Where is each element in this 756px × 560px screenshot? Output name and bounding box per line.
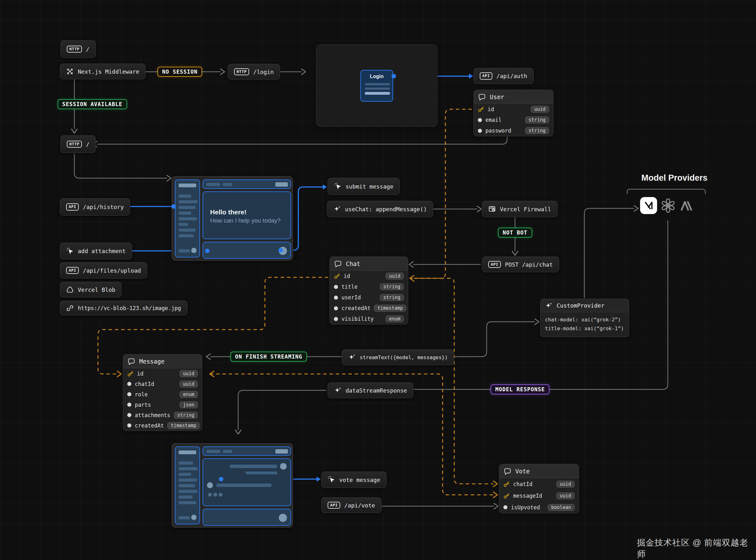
skeleton-bar	[179, 496, 192, 499]
node-http-root-2: HTTP /	[60, 135, 96, 153]
custom-provider-box: CustomProvider chat-model: xai(“grok-2”)…	[540, 299, 629, 337]
skeleton-chip	[275, 449, 288, 454]
node-submit-message: submit message	[328, 178, 400, 195]
node-vercel-blob: Vercel Blob	[60, 282, 121, 298]
skeleton-chip	[275, 182, 288, 187]
node-login-route: HTTP /login	[228, 64, 280, 80]
blob-icon	[66, 286, 74, 293]
messages-area	[202, 458, 291, 506]
field-dot-icon	[334, 285, 338, 289]
field-dot-icon	[127, 423, 131, 427]
chat-table: Chat id uuid title string userId string …	[329, 257, 408, 324]
entity-icon	[334, 260, 342, 267]
skeleton-bar	[179, 516, 190, 519]
node-label: streamText({model, messages})	[360, 355, 448, 360]
skeleton-bar	[179, 195, 191, 198]
field-type: uuid	[556, 481, 575, 487]
node-label: vote message	[339, 477, 380, 483]
node-label: submit message	[346, 183, 393, 190]
key-icon	[503, 493, 510, 499]
button-skeleton	[365, 92, 390, 95]
login-form: Login	[360, 70, 393, 102]
field-name: userId	[342, 294, 361, 301]
custom-provider-title: CustomProvider	[557, 302, 604, 309]
field-type: string	[525, 127, 549, 134]
table-title: Vote	[515, 468, 530, 475]
field-type: enum	[386, 315, 404, 322]
node-label: /login	[253, 68, 274, 75]
field-dot-icon	[127, 392, 131, 396]
field-type: uuid	[556, 492, 575, 499]
skeleton-bar	[179, 461, 193, 465]
greeting-title: Hello there!	[210, 208, 281, 216]
model-response-badge: MODEL RESPONSE	[490, 384, 549, 395]
node-api-vote: API /api/vote	[321, 497, 382, 513]
table-row: userId string	[330, 292, 408, 303]
not-bot-badge: NOT BOT	[498, 227, 532, 238]
user-message-skeleton	[246, 472, 277, 474]
field-dot-icon	[478, 118, 482, 122]
skeleton-bar	[179, 212, 191, 215]
field-name: id	[488, 106, 494, 113]
field-type: string	[174, 412, 198, 419]
sparkles-icon	[334, 386, 342, 394]
skeleton-bar	[206, 183, 220, 186]
greeting-subtitle: How can I help you today?	[210, 217, 281, 224]
vote-table: Vote chatId uuid messageId uuid isUpvote…	[499, 464, 579, 514]
login-title: Login	[365, 74, 389, 79]
skeleton-bar	[179, 206, 196, 209]
field-name: createdAt	[135, 422, 164, 429]
node-use-chat: useChat: appendMessage()	[327, 201, 433, 217]
no-session-badge: NO SESSION	[157, 67, 202, 77]
skeleton-bar	[206, 450, 220, 453]
field-type: uuid	[386, 273, 404, 280]
field-dot-icon	[127, 382, 131, 386]
api-badge: API	[66, 267, 79, 274]
message-input-skeleton	[202, 509, 291, 526]
skeleton-bar	[179, 484, 195, 487]
table-row: id uuid	[474, 104, 553, 115]
table-title: Message	[139, 358, 164, 365]
provider-config-line: title-model: xai(“grok-1”)	[545, 324, 624, 333]
chat-ui-mockup-2	[172, 443, 293, 527]
session-available-badge: SESSION AVAILABLE	[58, 99, 127, 109]
node-post-api-chat: API POST /api/chat	[482, 257, 559, 272]
skeleton-bar	[179, 501, 196, 504]
field-name: chatId	[513, 481, 532, 487]
node-label: /api/vote	[344, 502, 375, 509]
table-row: attachments string	[123, 410, 202, 420]
table-row: chatId uuid	[499, 478, 579, 490]
field-type: timestamp	[167, 422, 200, 429]
sidebar-skeleton	[175, 446, 200, 524]
topbar-skeleton	[202, 179, 291, 189]
assistant-message-skeleton	[216, 483, 272, 487]
skeleton-bar	[179, 200, 197, 203]
node-blob-url: https://vc-blob-123.sh/image.jpg	[60, 301, 188, 315]
vote-action-icon	[219, 493, 222, 496]
field-name: createdAt	[342, 305, 370, 311]
message-input-skeleton	[202, 242, 291, 259]
api-badge: API	[488, 261, 501, 268]
table-row: createdAt timestamp	[123, 420, 202, 431]
table-row: visibility enum	[330, 314, 408, 324]
architecture-diagram: HTTP / Next.js Middleware NO SESSION HTT…	[0, 0, 756, 560]
node-api-files-upload: API /api/files/upload	[60, 262, 147, 279]
node-label: Next.js Middleware	[78, 68, 139, 75]
node-label: /	[86, 46, 90, 53]
table-row: password string	[474, 125, 553, 136]
message-action-icon	[214, 493, 217, 496]
openai-icon	[660, 198, 676, 214]
node-label: useChat: appendMessage()	[345, 206, 427, 213]
node-add-attachment: add attachment	[60, 243, 132, 259]
field-name: title	[342, 284, 357, 290]
skeleton-bar	[179, 228, 196, 232]
key-icon	[127, 371, 134, 377]
topbar-skeleton	[202, 446, 291, 456]
field-name: attachments	[135, 412, 170, 418]
link-icon	[66, 304, 74, 312]
table-row: email string	[474, 115, 553, 125]
user-message-skeleton	[230, 465, 277, 468]
anthropic-icon	[679, 198, 694, 214]
table-row: chatId uuid	[123, 379, 202, 389]
node-vercel-firewall: Vercel Firewall	[482, 201, 558, 217]
